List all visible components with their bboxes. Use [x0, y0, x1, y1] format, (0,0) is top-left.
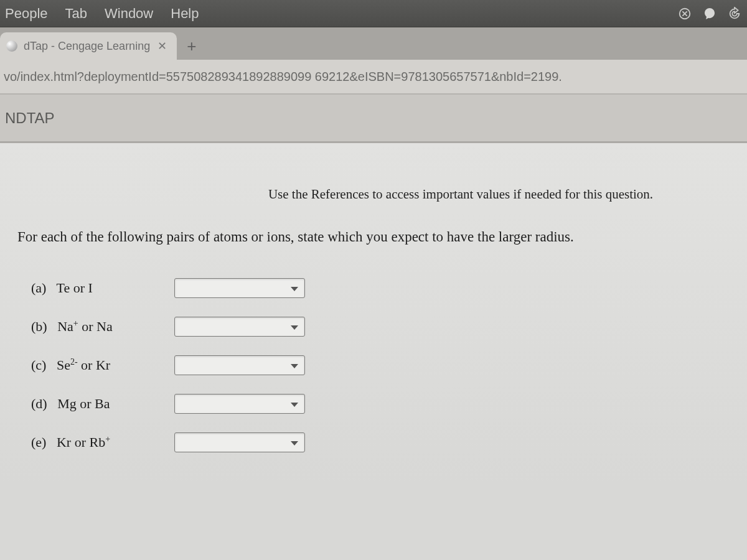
- menu-window[interactable]: Window: [105, 6, 153, 22]
- question-prompt-text: For each of the following pairs of atoms…: [17, 229, 574, 245]
- question-row-d: (d) Mg or Ba: [31, 394, 735, 414]
- tab-close-icon[interactable]: ✕: [156, 38, 168, 54]
- question-letter: (a): [31, 280, 46, 296]
- questions-container: (a) Te or I (b) Na+ or Na (c) Se2- or Kr…: [12, 278, 735, 452]
- question-letter: (d): [31, 396, 47, 411]
- answer-select-a[interactable]: [174, 278, 305, 298]
- question-prompt: For each of the following pairs of atoms…: [17, 227, 735, 247]
- answer-select-c[interactable]: [174, 355, 305, 375]
- question-letter: (e): [31, 434, 46, 450]
- sync-icon[interactable]: [677, 6, 692, 21]
- question-pair: Mg or Ba: [57, 396, 110, 411]
- question-letter: (c): [31, 357, 46, 373]
- menu-help[interactable]: Help: [171, 6, 199, 22]
- macos-menubar: People Tab Window Help: [0, 0, 747, 27]
- question-row-e: (e) Kr or Rb+: [31, 432, 735, 452]
- answer-select-d[interactable]: [174, 394, 305, 414]
- question-row-b: (b) Na+ or Na: [31, 317, 735, 337]
- question-label: (a) Te or I: [31, 280, 149, 296]
- browser-tab-active[interactable]: dTap - Cengage Learning ✕: [0, 32, 177, 60]
- refresh-icon[interactable]: [727, 6, 742, 21]
- tab-favicon-icon: [6, 40, 17, 52]
- question-label: (d) Mg or Ba: [31, 396, 149, 412]
- url-text: vo/index.html?deploymentId=5575082893418…: [4, 70, 562, 84]
- references-note-text: Use the References to access important v…: [268, 187, 653, 202]
- page-header: NDTAP: [0, 95, 747, 143]
- question-label: (e) Kr or Rb+: [31, 434, 149, 450]
- browser-tabstrip: dTap - Cengage Learning ✕ +: [0, 27, 747, 60]
- answer-select-e[interactable]: [174, 432, 305, 452]
- question-letter: (b): [31, 319, 47, 334]
- new-tab-button[interactable]: +: [187, 32, 196, 60]
- menu-tab[interactable]: Tab: [65, 6, 87, 22]
- question-pair: Te or I: [57, 280, 93, 296]
- question-row-a: (a) Te or I: [31, 278, 735, 298]
- question-pair: Kr or Rb+: [57, 434, 110, 450]
- question-row-c: (c) Se2- or Kr: [31, 355, 735, 375]
- references-note: Use the References to access important v…: [12, 187, 735, 202]
- answer-select-b[interactable]: [174, 317, 305, 337]
- mail-icon[interactable]: [702, 6, 717, 21]
- question-label: (c) Se2- or Kr: [31, 357, 149, 373]
- tab-title: dTap - Cengage Learning: [24, 40, 150, 53]
- page-header-title: NDTAP: [5, 110, 55, 127]
- menu-people[interactable]: People: [5, 6, 48, 22]
- question-pair: Se2- or Kr: [57, 357, 110, 373]
- question-pair: Na+ or Na: [57, 319, 113, 334]
- page-content: Use the References to access important v…: [0, 143, 747, 483]
- question-label: (b) Na+ or Na: [31, 319, 149, 335]
- url-bar[interactable]: vo/index.html?deploymentId=5575082893418…: [0, 60, 747, 95]
